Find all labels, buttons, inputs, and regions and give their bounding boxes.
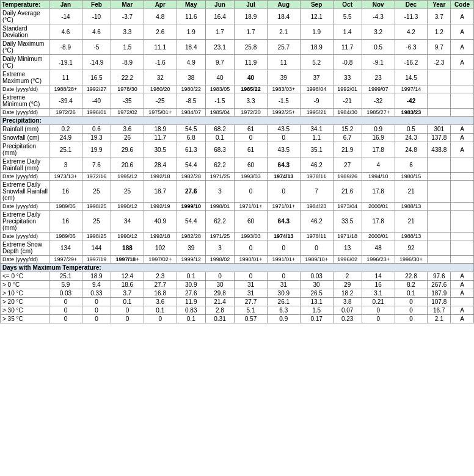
cell-value: 0	[362, 315, 395, 323]
cell-value: 1993/03	[235, 173, 268, 181]
cell-value: 0	[111, 306, 144, 315]
cell-value: 1972/16	[82, 173, 111, 181]
cell-value: 24.8	[395, 142, 428, 157]
cell-value: 1992/25+	[267, 109, 300, 117]
cell-value: 3.3	[235, 93, 268, 109]
cell-value: 4.8	[144, 9, 177, 24]
cell-value: 62.2	[205, 157, 234, 173]
cell-value: 6.7	[333, 134, 362, 142]
cell-value: 0.1	[177, 315, 205, 323]
cell-value: 1984/23	[300, 203, 333, 211]
cell-value: -16.2	[395, 55, 428, 70]
cell-value: 30.9	[267, 289, 300, 298]
cell-value: -9.1	[362, 55, 395, 70]
cell-value: 1978/11	[300, 173, 333, 181]
cell-value: 1980/20	[144, 85, 177, 93]
cell-value: 1988/13	[395, 203, 428, 211]
cell-value: 0.03	[49, 289, 82, 298]
cell-value: 1985/27+	[362, 109, 395, 117]
col-header-code: Code	[451, 1, 474, 9]
cell-value: -19.1	[49, 55, 82, 70]
cell-value	[451, 70, 474, 85]
cell-value: 26	[111, 134, 144, 142]
cell-value: 0.21	[362, 298, 395, 306]
cell-value: 18.9	[235, 9, 268, 24]
cell-value	[428, 233, 451, 240]
cell-value	[451, 240, 474, 256]
cell-value: 102	[144, 240, 177, 256]
cell-value: 1993/03	[235, 233, 268, 240]
cell-value: 18.7	[144, 181, 177, 203]
cell-value: 0.1	[205, 134, 234, 142]
col-header-aug: Aug	[267, 1, 300, 9]
table-row: Date (yyyy/dd)1989/051998/251990/121992/…	[1, 233, 474, 240]
cell-value: 28.4	[144, 157, 177, 173]
cell-value: 0.1	[395, 289, 428, 298]
row-label: Daily Minimum (°C)	[1, 55, 49, 70]
cell-value: 1975/01+	[144, 109, 177, 117]
cell-value: 0	[49, 315, 82, 323]
table-row: Standard Deviation4.64.63.32.61.91.71.72…	[1, 24, 474, 40]
cell-value: 2.8	[205, 306, 234, 315]
col-header-feb: Feb	[82, 1, 111, 9]
cell-value: 0	[267, 240, 300, 256]
cell-value: -8.5	[177, 93, 205, 109]
cell-value: 27.7	[235, 298, 268, 306]
cell-value: 0	[235, 240, 268, 256]
row-label: <= 0 °C	[1, 272, 49, 281]
cell-value: 21.6	[333, 181, 362, 203]
cell-value: 1980/22	[177, 85, 205, 93]
cell-value: 1990/12	[111, 233, 144, 240]
cell-value: 18.9	[300, 40, 333, 55]
cell-value: 1996/01	[82, 109, 111, 117]
cell-value: 1.5	[111, 40, 144, 55]
cell-value: 43.5	[267, 125, 300, 134]
cell-value: 19.9	[82, 142, 111, 157]
cell-value: 1984/07	[177, 109, 205, 117]
cell-value: 0.23	[333, 315, 362, 323]
cell-value: 3.2	[362, 24, 395, 40]
cell-value: A	[451, 9, 474, 24]
cell-value: 1973/04	[333, 203, 362, 211]
cell-value: 0	[82, 306, 111, 315]
cell-value: 31	[267, 281, 300, 289]
cell-value: 0	[300, 240, 333, 256]
cell-value: 0.83	[177, 306, 205, 315]
cell-value: -8.9	[49, 40, 82, 55]
cell-value: 107.8	[428, 298, 451, 306]
cell-value: 0.2	[49, 125, 82, 134]
cell-value: -39.4	[49, 93, 82, 109]
cell-value: 3.7	[428, 9, 451, 24]
cell-value: 1995/21	[300, 109, 333, 117]
cell-value: 1998/04	[300, 85, 333, 93]
cell-value: -14	[49, 9, 82, 24]
cell-value: 1984/30	[333, 109, 362, 117]
cell-value: 1.9	[177, 24, 205, 40]
cell-value: 5.1	[235, 306, 268, 315]
row-label: Extreme Daily Snowfall Rainfall (cm)	[1, 181, 49, 203]
cell-value: 1978/11	[300, 233, 333, 240]
cell-value: 7	[300, 181, 333, 203]
cell-value: 137.8	[428, 134, 451, 142]
cell-value: 0.9	[267, 315, 300, 323]
cell-value: 16.7	[428, 306, 451, 315]
cell-value: 33.5	[333, 211, 362, 233]
cell-value: 16.5	[82, 70, 111, 85]
cell-value: 187.9	[428, 289, 451, 298]
cell-value: 3	[205, 181, 234, 203]
cell-value: -10	[82, 9, 111, 24]
cell-value: 60	[235, 211, 268, 233]
table-row: Date (yyyy/dd)1989/051998/251990/121992/…	[1, 203, 474, 211]
row-label: Date (yyyy/dd)	[1, 256, 49, 264]
cell-value: 23.1	[205, 40, 234, 55]
cell-value: -42	[395, 93, 428, 109]
cell-value: 1974/13	[267, 173, 300, 181]
cell-value: 1972/02	[111, 109, 144, 117]
cell-value: 1971/01+	[235, 203, 268, 211]
cell-value: 64.3	[267, 211, 300, 233]
cell-value: -9	[300, 93, 333, 109]
cell-value: 1998/01	[205, 203, 234, 211]
table-row: Extreme Daily Rainfall (mm)37.620.628.45…	[1, 157, 474, 173]
cell-value	[451, 298, 474, 306]
cell-value: 1999/12	[177, 256, 205, 264]
